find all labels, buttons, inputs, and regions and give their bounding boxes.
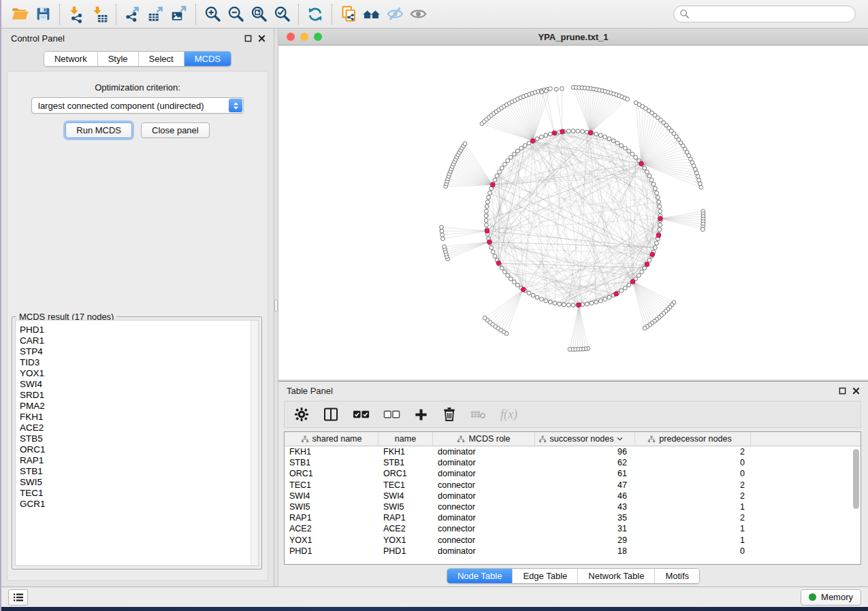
- network-node[interactable]: [549, 87, 553, 91]
- search-field[interactable]: [673, 5, 856, 22]
- table-row[interactable]: PHD1PHD1dominator180: [285, 546, 861, 557]
- network-node[interactable]: [699, 186, 703, 190]
- network-node[interactable]: [519, 146, 524, 150]
- network-node[interactable]: [620, 288, 624, 293]
- network-node[interactable]: [531, 293, 535, 297]
- float-panel-icon[interactable]: [244, 35, 252, 42]
- list-item[interactable]: STB1: [20, 466, 251, 477]
- network-node[interactable]: [463, 142, 467, 146]
- network-node[interactable]: [655, 191, 659, 195]
- close-window-icon[interactable]: [287, 33, 295, 41]
- minimize-window-icon[interactable]: [300, 33, 308, 41]
- network-node[interactable]: [484, 218, 488, 222]
- import-table-icon[interactable]: [88, 3, 111, 25]
- network-node[interactable]: [571, 129, 575, 133]
- network-node[interactable]: [620, 144, 624, 148]
- network-node[interactable]: [493, 254, 497, 259]
- network-node[interactable]: [491, 250, 495, 254]
- network-node[interactable]: [658, 205, 662, 209]
- mcds-hub-node[interactable]: [577, 303, 581, 308]
- run-mcds-button[interactable]: Run MCDS: [65, 122, 132, 138]
- network-node[interactable]: [527, 291, 531, 295]
- network-node[interactable]: [611, 139, 615, 143]
- network-node[interactable]: [643, 266, 647, 270]
- network-node[interactable]: [607, 295, 611, 299]
- network-node[interactable]: [440, 225, 444, 229]
- network-node[interactable]: [440, 229, 444, 233]
- network-node[interactable]: [607, 137, 611, 141]
- network-node[interactable]: [696, 174, 700, 178]
- network-node[interactable]: [647, 174, 652, 178]
- mcds-hub-node[interactable]: [552, 131, 557, 135]
- network-node[interactable]: [539, 135, 543, 139]
- mcds-hub-node[interactable]: [521, 287, 526, 292]
- list-item[interactable]: ORC1: [20, 444, 251, 455]
- maximize-window-icon[interactable]: [314, 33, 322, 41]
- tab-node-table[interactable]: Node Table: [447, 569, 513, 583]
- save-icon[interactable]: [31, 3, 54, 25]
- network-node[interactable]: [566, 129, 570, 133]
- network-node[interactable]: [615, 141, 620, 145]
- network-node[interactable]: [598, 133, 602, 137]
- network-node[interactable]: [634, 155, 638, 159]
- network-node[interactable]: [562, 303, 566, 307]
- network-node[interactable]: [643, 326, 647, 330]
- network-node[interactable]: [654, 186, 658, 191]
- vertical-splitter[interactable]: [274, 29, 278, 587]
- network-node[interactable]: [489, 246, 494, 250]
- export-network-icon[interactable]: [121, 3, 144, 25]
- close-panel-icon[interactable]: [258, 35, 266, 42]
- network-node[interactable]: [515, 283, 519, 287]
- network-node[interactable]: [554, 87, 558, 91]
- list-item[interactable]: CAR1: [20, 335, 251, 346]
- mcds-hub-node[interactable]: [560, 129, 565, 134]
- network-node[interactable]: [585, 302, 589, 306]
- network-node[interactable]: [506, 274, 510, 278]
- network-node[interactable]: [654, 246, 658, 250]
- network-node[interactable]: [626, 97, 630, 101]
- network-node[interactable]: [581, 129, 585, 133]
- network-node[interactable]: [590, 301, 594, 306]
- network-node[interactable]: [645, 170, 649, 174]
- scrollbar-thumb[interactable]: [853, 449, 859, 509]
- network-node[interactable]: [553, 301, 557, 306]
- network-node[interactable]: [637, 274, 641, 278]
- network-node[interactable]: [655, 242, 659, 246]
- table-row[interactable]: TEC1TEC1connector472: [285, 480, 861, 491]
- network-node[interactable]: [698, 182, 702, 186]
- table-row[interactable]: ACE2ACE2connector311: [285, 523, 861, 534]
- table-row[interactable]: RAP1RAP1dominator352: [285, 512, 861, 523]
- first-neighbors-icon[interactable]: [360, 3, 383, 25]
- network-node[interactable]: [540, 90, 544, 94]
- table-row[interactable]: YOX1YOX1connector291: [285, 535, 861, 546]
- network-node[interactable]: [548, 132, 552, 136]
- network-node[interactable]: [697, 178, 701, 182]
- table-row[interactable]: FKH1FKH1dominator962: [285, 446, 861, 457]
- network-node[interactable]: [544, 89, 548, 93]
- network-node[interactable]: [502, 163, 507, 167]
- hide-selected-icon[interactable]: [383, 3, 406, 25]
- network-node[interactable]: [656, 195, 660, 199]
- network-node[interactable]: [500, 266, 504, 270]
- mcds-hub-node[interactable]: [485, 229, 489, 233]
- criterion-dropdown[interactable]: largest connected component (undirected): [31, 97, 244, 114]
- task-history-button[interactable]: [8, 589, 28, 606]
- list-item[interactable]: PHD1: [20, 325, 251, 335]
- mcds-hub-node[interactable]: [496, 261, 501, 265]
- network-node[interactable]: [485, 205, 489, 209]
- network-node[interactable]: [485, 200, 489, 204]
- network-node[interactable]: [568, 348, 572, 352]
- network-node[interactable]: [623, 146, 627, 150]
- network-node[interactable]: [658, 223, 662, 227]
- network-node[interactable]: [443, 245, 447, 249]
- network-node[interactable]: [502, 270, 507, 274]
- network-node[interactable]: [484, 214, 488, 218]
- network-node[interactable]: [544, 133, 548, 137]
- network-node[interactable]: [627, 149, 631, 153]
- deselect-all-icon[interactable]: [383, 410, 400, 419]
- column-header-name[interactable]: name: [379, 432, 433, 446]
- tab-style[interactable]: Style: [98, 52, 139, 66]
- tab-network[interactable]: Network: [44, 52, 98, 66]
- zoom-out-icon[interactable]: [224, 3, 247, 25]
- table-row[interactable]: SWI4SWI4dominator462: [285, 491, 861, 501]
